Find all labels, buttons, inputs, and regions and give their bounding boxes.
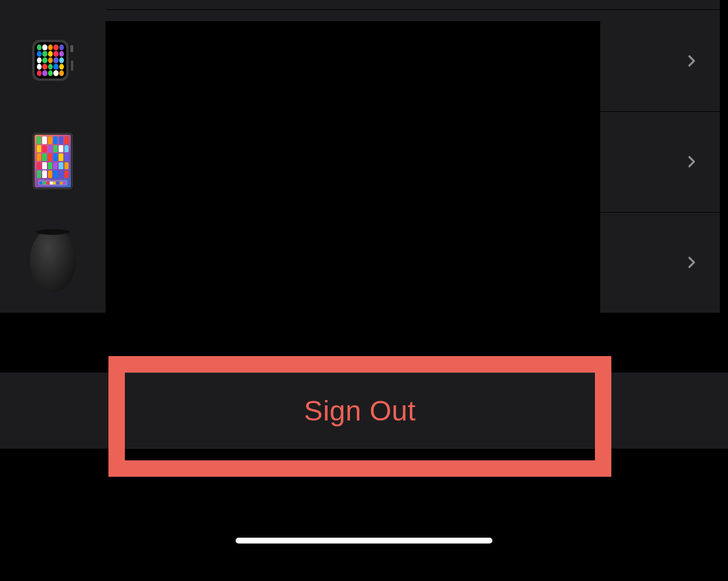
sign-out-label: Sign Out (304, 395, 416, 427)
device-row-homepod-accessory[interactable] (600, 212, 728, 313)
right-edge-strip (720, 0, 728, 313)
home-indicator[interactable] (236, 538, 492, 544)
chevron-right-icon (685, 255, 699, 269)
chevron-right-icon (685, 155, 699, 169)
homepod-icon (30, 229, 76, 292)
sign-out-button[interactable]: Sign Out (125, 372, 595, 449)
device-item-ipad[interactable] (0, 120, 106, 202)
devices-list-area (0, 0, 728, 313)
device-row-apple-watch-accessory[interactable] (600, 11, 728, 111)
top-divider (107, 9, 728, 10)
apple-watch-icon (32, 38, 73, 83)
device-row-ipad-accessory[interactable] (600, 111, 728, 212)
detail-content-black-region (106, 21, 600, 313)
device-item-apple-watch[interactable] (0, 28, 106, 93)
ipad-icon (33, 133, 73, 189)
device-icons-column (0, 0, 106, 313)
chevron-right-icon (685, 54, 699, 68)
device-item-homepod[interactable] (0, 217, 106, 305)
